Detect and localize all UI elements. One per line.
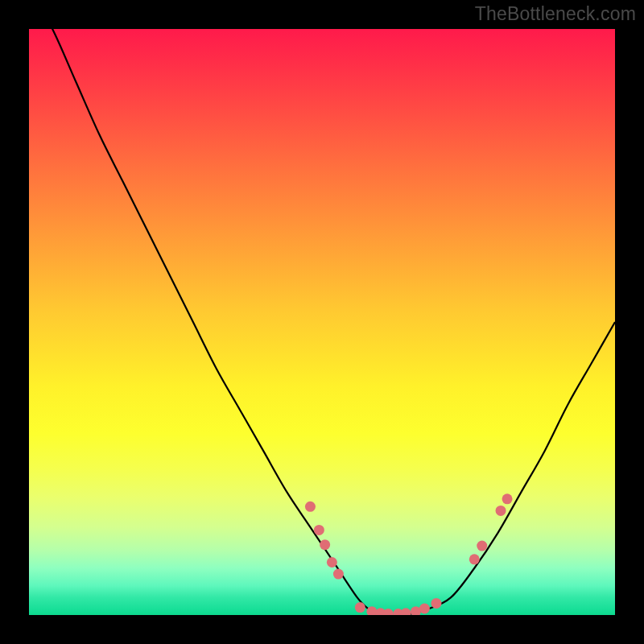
data-point (431, 598, 441, 609)
chart-svg (29, 29, 615, 615)
plot-area (29, 29, 615, 615)
data-point (477, 541, 487, 551)
data-points-group (305, 493, 513, 615)
data-point (401, 608, 411, 615)
watermark-text: TheBottleneck.com (475, 3, 636, 25)
data-point (314, 525, 324, 535)
data-point (502, 493, 513, 504)
chart-frame: TheBottleneck.com (0, 0, 644, 644)
data-point (305, 502, 316, 512)
data-point (383, 609, 394, 615)
data-point (469, 554, 480, 564)
data-point (355, 602, 365, 613)
data-point (333, 569, 344, 580)
data-point (419, 603, 430, 613)
data-point (320, 539, 330, 550)
data-point (327, 557, 337, 568)
data-point (496, 506, 506, 516)
